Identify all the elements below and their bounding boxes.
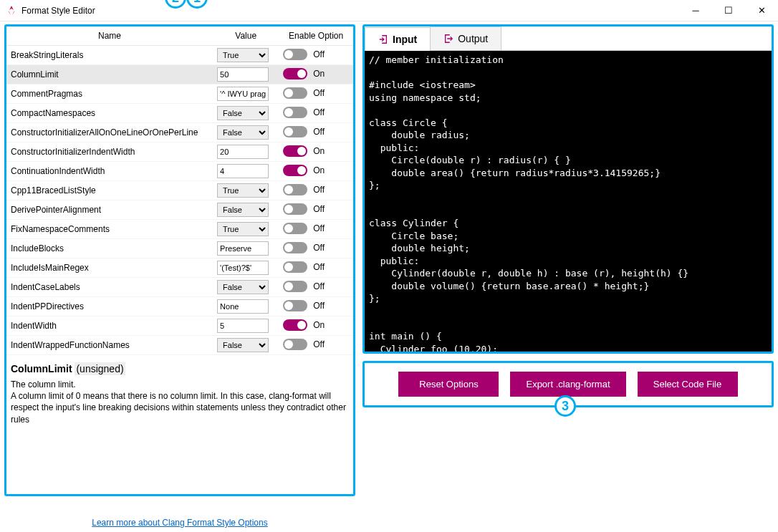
option-value-select[interactable]: False [217,203,269,217]
option-row[interactable]: IndentCaseLabelsFalseOff [6,278,353,297]
option-toggle[interactable] [283,261,307,273]
option-toggle-label: Off [313,223,325,233]
option-toggle-label: On [313,146,325,156]
desc-name: ColumnLimit [11,363,72,374]
option-toggle[interactable] [283,339,307,350]
option-row[interactable]: IncludeBlocksOff [6,239,353,258]
option-value-select[interactable]: True [217,183,269,198]
option-value-input[interactable] [217,261,269,275]
option-value-select[interactable]: True [217,222,269,236]
option-toggle[interactable] [283,223,307,234]
option-toggle-label: Off [313,339,325,349]
option-value-input[interactable] [217,67,269,82]
option-name: ConstructorInitializerAllOnOneLineOrOneP… [6,123,213,142]
option-value-select[interactable]: False [217,338,269,352]
learn-more-area: Learn more about Clang Format Style Opti… [4,496,355,528]
option-toggle[interactable] [283,49,307,60]
option-toggle[interactable] [283,319,307,331]
option-toggle[interactable] [283,126,307,137]
option-value-input[interactable] [217,164,269,178]
option-toggle-label: Off [313,127,325,137]
option-name: CommentPragmas [6,84,213,104]
option-toggle-label: On [313,320,325,330]
option-toggle[interactable] [283,203,307,215]
option-value-select[interactable]: False [217,106,269,120]
option-row[interactable]: CommentPragmasOff [6,84,353,104]
option-toggle-label: Off [313,301,325,311]
option-row[interactable]: ConstructorInitializerIndentWidthOn [6,142,353,162]
code-editor[interactable]: // member initialization #include <iostr… [365,51,772,352]
option-value-input[interactable] [217,299,269,314]
option-toggle[interactable] [283,242,307,253]
option-name: Cpp11BracedListStyle [6,181,213,200]
option-name: BreakStringLiterals [6,46,213,65]
maximize-button[interactable]: ☐ [712,0,745,21]
desc-line2: A column limit of 0 means that there is … [11,390,349,425]
col-enable: Enable Option [279,26,353,46]
option-toggle-label: Off [313,243,325,253]
close-button[interactable]: ✕ [745,0,778,21]
option-toggle-label: Off [313,88,325,98]
option-value-select[interactable]: False [217,280,269,294]
output-icon [443,34,453,44]
option-name: ConstructorInitializerIndentWidth [6,142,213,162]
option-toggle[interactable] [283,107,307,118]
tab-input[interactable]: Input [365,27,431,51]
option-row[interactable]: IndentPPDirectivesOff [6,297,353,316]
select-code-file-button[interactable]: Select Code File [638,372,738,397]
learn-more-link[interactable]: Learn more about Clang Format Style Opti… [92,518,267,528]
minimize-button[interactable]: ─ [679,0,712,21]
option-row[interactable]: ConstructorInitializerAllOnOneLineOrOneP… [6,123,353,142]
option-row[interactable]: DerivePointerAlignmentFalseOff [6,200,353,220]
option-row[interactable]: FixNamespaceCommentsTrueOff [6,220,353,239]
reset-options-button[interactable]: Reset Options [398,372,499,397]
app-icon [6,5,17,16]
option-row[interactable]: IncludeIsMainRegexOff [6,258,353,278]
option-toggle[interactable] [283,300,307,311]
option-toggle[interactable] [283,184,307,195]
option-toggle[interactable] [283,68,307,79]
option-name: ContinuationIndentWidth [6,162,213,181]
option-row[interactable]: BreakStringLiteralsTrueOff [6,46,353,65]
description-panel: ColumnLimit (unsigned) The column limit.… [6,356,353,456]
options-table-scroll[interactable]: Name Value Enable Option BreakStringLite… [6,26,353,356]
option-value-input[interactable] [217,241,269,256]
option-toggle[interactable] [283,165,307,176]
option-name: IndentCaseLabels [6,278,213,297]
option-row[interactable]: IndentWidthOn [6,316,353,336]
option-name: IndentWrappedFunctionNames [6,336,213,355]
option-name: CompactNamespaces [6,104,213,123]
option-toggle-label: Off [313,281,325,291]
option-toggle-label: Off [313,185,325,195]
option-row[interactable]: CompactNamespacesFalseOff [6,104,353,123]
option-value-select[interactable]: True [217,48,269,62]
option-toggle[interactable] [283,87,307,99]
option-value-select[interactable]: False [217,125,269,140]
options-table: Name Value Enable Option BreakStringLite… [6,26,353,356]
input-icon [378,34,388,44]
option-name: IncludeIsMainRegex [6,258,213,278]
option-toggle[interactable] [283,145,307,157]
option-name: ColumnLimit [6,65,213,84]
desc-type: (unsigned) [75,362,125,375]
export-clang-format-button[interactable]: Export .clang-format [510,372,625,397]
option-row[interactable]: ContinuationIndentWidthOn [6,162,353,181]
option-name: FixNamespaceComments [6,220,213,239]
option-row[interactable]: ColumnLimitOn [6,65,353,84]
tab-output[interactable]: Output [430,26,501,50]
option-row[interactable]: IndentWrappedFunctionNamesFalseOff [6,336,353,355]
option-name: IncludeBlocks [6,239,213,258]
desc-line1: The column limit. [11,379,349,390]
code-panel: Input Output // member initialization #i… [362,24,774,354]
option-toggle-label: On [313,69,325,79]
option-toggle[interactable] [283,281,307,292]
option-value-input[interactable] [217,145,269,159]
option-row[interactable]: Cpp11BracedListStyleTrueOff [6,181,353,200]
option-value-input[interactable] [217,87,269,101]
badge-3: 3 [554,395,576,417]
option-name: IndentWidth [6,316,213,336]
option-name: DerivePointerAlignment [6,200,213,220]
tabs: Input Output [365,26,772,51]
option-value-input[interactable] [217,319,269,333]
option-toggle-label: Off [313,262,325,272]
